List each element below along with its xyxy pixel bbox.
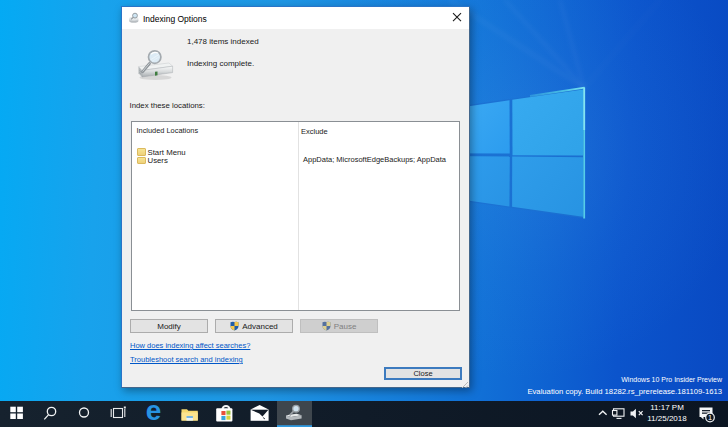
svg-text:11/25/2018: 11/25/2018	[647, 414, 687, 423]
svg-text:1: 1	[708, 413, 712, 422]
svg-text:11:17 PM: 11:17 PM	[650, 403, 684, 412]
svg-text:e: e	[146, 401, 162, 426]
